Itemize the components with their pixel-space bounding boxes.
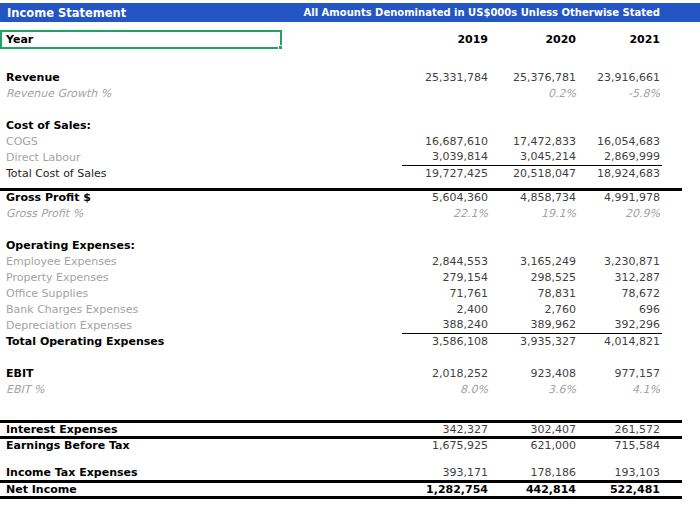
cell-value-2021[interactable]: 78,672 (578, 285, 662, 301)
cell-value-2021[interactable]: 4.1% (578, 381, 662, 397)
cell-value-2021[interactable] (578, 117, 662, 133)
cell-value-2019[interactable]: 2,018,252 (402, 365, 490, 381)
cell-value-2020[interactable]: 4,858,734 (490, 189, 578, 205)
blank-row (0, 453, 682, 465)
cell-label[interactable]: Gross Profit % (0, 205, 282, 221)
cell-label[interactable]: Earnings Before Tax (0, 437, 282, 453)
cell-value-2019[interactable]: 25,331,784 (402, 69, 490, 85)
row-revenue-growth: Revenue Growth % 0.2% -5.8% (0, 85, 682, 101)
cell-label[interactable]: Bank Charges Expenses (0, 301, 282, 317)
cell-value-2019[interactable]: 8.0% (402, 381, 490, 397)
cell-label[interactable]: Total Cost of Sales (0, 165, 282, 181)
cell-value-2020[interactable]: 302,407 (490, 421, 578, 437)
cell-value-2019[interactable]: 22.1% (402, 205, 490, 221)
col-header-2021[interactable]: 2021 (578, 30, 662, 49)
cell-label[interactable]: Gross Profit $ (0, 189, 282, 205)
cell-label[interactable]: Income Tax Expenses (0, 465, 282, 481)
cell-value-2019[interactable]: 71,761 (402, 285, 490, 301)
cell-value-2019[interactable]: 5,604,360 (402, 189, 490, 205)
cell-value-2020[interactable]: 78,831 (490, 285, 578, 301)
fill-handle[interactable] (278, 45, 282, 49)
cell-label[interactable]: Revenue (0, 69, 282, 85)
cell-value-2020[interactable]: 3.6% (490, 381, 578, 397)
cell-value-2021[interactable]: 193,103 (578, 465, 662, 481)
cell-pad (662, 85, 682, 101)
cell-value-2020[interactable]: 20,518,047 (490, 165, 578, 181)
cell-value-2020[interactable]: 923,408 (490, 365, 578, 381)
cell-label[interactable]: Interest Expenses (0, 421, 282, 437)
selected-cell-year[interactable]: Year (0, 30, 282, 49)
cell-label[interactable]: EBIT % (0, 381, 282, 397)
cell-value-2019[interactable]: 16,687,610 (402, 133, 490, 149)
cell-value-2020[interactable]: 621,000 (490, 437, 578, 453)
cell-value-2020[interactable]: 19.1% (490, 205, 578, 221)
cell-value-2021[interactable] (578, 237, 662, 253)
cell-value-2021[interactable]: 3,230,871 (578, 253, 662, 269)
row-gross-profit: Gross Profit $ 5,604,360 4,858,734 4,991… (0, 189, 682, 205)
cell-value-2021[interactable]: 4,014,821 (578, 333, 662, 349)
cell-value-2019[interactable]: 2,400 (402, 301, 490, 317)
cell-value-2020[interactable]: 3,935,327 (490, 333, 578, 349)
cell-label[interactable]: Operating Expenses: (0, 237, 282, 253)
cell-value-2020[interactable]: 389,962 (490, 317, 578, 333)
cell-value-2021[interactable]: 23,916,661 (578, 69, 662, 85)
cell-value-2019[interactable]: 1,282,754 (402, 481, 490, 497)
cell-value-2020[interactable]: 442,814 (490, 481, 578, 497)
cell-label[interactable]: Direct Labour (0, 149, 282, 165)
cell-value-2020[interactable]: 25,376,781 (490, 69, 578, 85)
cell-label[interactable]: Employee Expenses (0, 253, 282, 269)
cell-label[interactable]: COGS (0, 133, 282, 149)
cell-label[interactable]: Property Expenses (0, 269, 282, 285)
cell-value-2019[interactable] (402, 85, 490, 101)
cell-value-2021[interactable]: 522,481 (578, 481, 662, 497)
cell-value-2021[interactable]: 4,991,978 (578, 189, 662, 205)
cell-gap (282, 365, 402, 381)
cell-value-2019[interactable]: 2,844,553 (402, 253, 490, 269)
cell-value-2021[interactable]: 715,584 (578, 437, 662, 453)
cell-value-2020[interactable]: 2,760 (490, 301, 578, 317)
cell-value-2021[interactable]: 312,287 (578, 269, 662, 285)
cell-value-2019[interactable] (402, 237, 490, 253)
blank-row (0, 349, 682, 365)
cell-label[interactable]: Cost of Sales: (0, 117, 282, 133)
cell-label[interactable]: Depreciation Expenses (0, 317, 282, 333)
cell-value-2020[interactable]: 178,186 (490, 465, 578, 481)
cell-value-2021[interactable]: 696 (578, 301, 662, 317)
cell-value-2019[interactable] (402, 117, 490, 133)
cell-value-2021[interactable]: 16,054,683 (578, 133, 662, 149)
cell-value-2021[interactable]: 261,572 (578, 421, 662, 437)
year-header-row: Year 2019 2020 2021 (0, 30, 682, 49)
cell-pad (662, 365, 682, 381)
cell-value-2021[interactable]: 18,924,683 (578, 165, 662, 181)
cell-gap (282, 465, 402, 481)
cell-value-2021[interactable]: -5.8% (578, 85, 662, 101)
cell-value-2019[interactable]: 1,675,925 (402, 437, 490, 453)
cell-value-2021[interactable]: 20.9% (578, 205, 662, 221)
cell-value-2020[interactable]: 0.2% (490, 85, 578, 101)
cell-value-2020[interactable]: 3,045,214 (490, 149, 578, 165)
col-header-2020[interactable]: 2020 (490, 30, 578, 49)
cell-value-2019[interactable]: 3,586,108 (402, 333, 490, 349)
cell-pad (662, 301, 682, 317)
cell-value-2021[interactable]: 2,869,999 (578, 149, 662, 165)
cell-value-2019[interactable]: 342,327 (402, 421, 490, 437)
cell-value-2021[interactable]: 392,296 (578, 317, 662, 333)
cell-label[interactable]: Net Income (0, 481, 282, 497)
cell-value-2021[interactable]: 977,157 (578, 365, 662, 381)
cell-value-2020[interactable] (490, 237, 578, 253)
cell-value-2019[interactable]: 3,039,814 (402, 149, 490, 165)
cell-value-2020[interactable] (490, 117, 578, 133)
cell-value-2019[interactable]: 393,171 (402, 465, 490, 481)
cell-label[interactable]: Revenue Growth % (0, 85, 282, 101)
cell-value-2019[interactable]: 19,727,425 (402, 165, 490, 181)
cell-label[interactable]: Office Supplies (0, 285, 282, 301)
cell-label[interactable]: Total Operating Expenses (0, 333, 282, 349)
cell-value-2019[interactable]: 388,240 (402, 317, 490, 333)
cell-value-2019[interactable]: 279,154 (402, 269, 490, 285)
cell-value-2020[interactable]: 3,165,249 (490, 253, 578, 269)
cell-value-2020[interactable]: 298,525 (490, 269, 578, 285)
row-direct-labour: Direct Labour 3,039,814 3,045,214 2,869,… (0, 149, 682, 165)
col-header-2019[interactable]: 2019 (402, 30, 490, 49)
cell-value-2020[interactable]: 17,472,833 (490, 133, 578, 149)
cell-label[interactable]: EBIT (0, 365, 282, 381)
